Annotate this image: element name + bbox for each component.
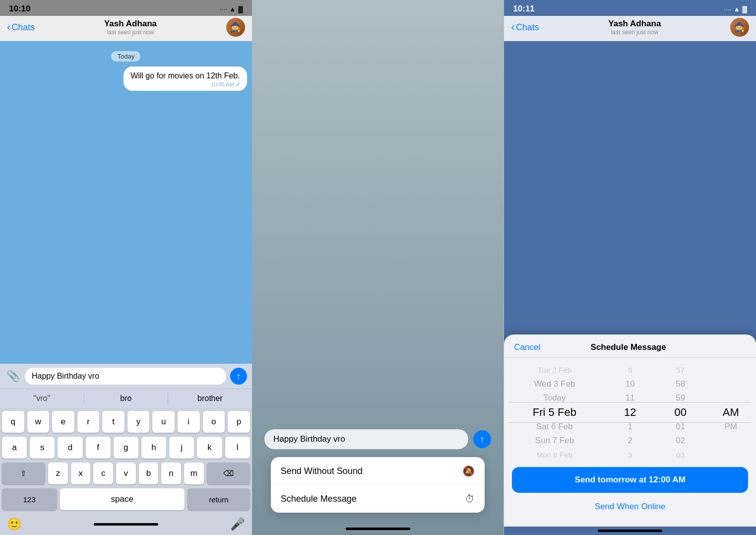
picker-date-5: Sun 7 Feb: [504, 434, 605, 448]
picker-hour-1: 10: [605, 377, 655, 392]
picker-min-0: 57: [655, 363, 706, 377]
picker-ampm-2: [705, 391, 756, 405]
picker-hour-4: 1: [605, 419, 655, 434]
key-space[interactable]: space: [60, 488, 185, 510]
key-w[interactable]: w: [27, 411, 50, 433]
key-row-3: ⇧ z x c v b n m ⌫: [2, 463, 250, 484]
status-time-3: 10:11: [513, 4, 534, 14]
status-bar-3: 10:11 ···· ▲ ▓: [504, 0, 756, 16]
emoji-icon[interactable]: 🙂: [7, 517, 22, 531]
picker-ampm-col: AM PM: [705, 363, 756, 462]
phone3: 10:11 ···· ▲ ▓ ‹ Chats Yash Adhana last …: [504, 0, 756, 535]
message-input-1[interactable]: [25, 368, 226, 385]
back-label-1: Chats: [11, 22, 35, 33]
mic-icon[interactable]: 🎤: [230, 517, 245, 531]
date-time-picker[interactable]: Tue 2 Feb Wed 3 Feb Today Fri 5 Feb Sat …: [504, 363, 756, 462]
key-o[interactable]: o: [203, 411, 225, 433]
contact-name-3: Yash Adhana: [539, 19, 730, 29]
home-bar-1: [94, 523, 158, 526]
key-v[interactable]: v: [116, 463, 136, 484]
key-z[interactable]: z: [48, 463, 68, 484]
picker-min-col: 57 58 59 00 01 02 03: [655, 363, 706, 462]
send-online-button[interactable]: Send When Online: [504, 497, 756, 517]
autocomplete-vro[interactable]: "vro": [0, 393, 84, 404]
picker-hour-col: 9 10 11 12 1 2 3: [605, 363, 655, 462]
key-p[interactable]: p: [228, 411, 250, 433]
back-button-3[interactable]: ‹ Chats: [511, 21, 539, 34]
battery-icon: ▓: [238, 5, 243, 13]
key-t[interactable]: t: [102, 411, 125, 433]
key-m[interactable]: m: [184, 463, 204, 484]
nav-bar-1: ‹ Chats Yash Adhana last seen just now 🧙: [0, 16, 252, 41]
key-g[interactable]: g: [114, 437, 138, 459]
picker-date-2: Today: [504, 391, 605, 405]
key-l[interactable]: l: [225, 437, 250, 459]
key-e[interactable]: e: [52, 411, 74, 433]
input-bar-1: 📎 ↑: [0, 364, 252, 389]
key-123[interactable]: 123: [2, 488, 57, 510]
key-row-2: a s d f g h j k l: [2, 437, 250, 459]
picker-hour-5: 2: [605, 434, 655, 448]
home-bar-2: [346, 528, 410, 530]
key-d[interactable]: d: [58, 437, 82, 459]
picker-ampm-5: [705, 434, 756, 448]
mute-bell-icon: 🔕: [462, 465, 475, 477]
avatar-1[interactable]: 🧙: [226, 18, 245, 37]
key-b[interactable]: b: [139, 463, 159, 484]
key-shift[interactable]: ⇧: [2, 463, 45, 484]
key-x[interactable]: x: [71, 463, 91, 484]
contact-name-1: Yash Adhana: [35, 19, 226, 29]
picker-min-4: 01: [655, 419, 706, 434]
key-h[interactable]: h: [141, 437, 166, 459]
key-row-4: 123 space return: [2, 488, 250, 510]
status-icons-3: ···· ▲ ▓: [724, 5, 747, 13]
key-u[interactable]: u: [152, 411, 175, 433]
key-a[interactable]: a: [2, 437, 27, 459]
phone1: 10:10 ···· ▲ ▓ ‹ Chats Yash Adhana last …: [0, 0, 252, 535]
schedule-message-item[interactable]: Schedule Message ⏱: [271, 485, 485, 513]
key-y[interactable]: y: [127, 411, 150, 433]
key-s[interactable]: s: [30, 437, 55, 459]
picker-min-6: 03: [655, 448, 706, 462]
send-without-sound-label: Send Without Sound: [281, 466, 363, 476]
avatar-3[interactable]: 🧙: [730, 18, 749, 37]
key-f[interactable]: f: [86, 437, 111, 459]
attach-button[interactable]: 📎: [5, 368, 21, 384]
send-without-sound-item[interactable]: Send Without Sound 🔕: [271, 457, 485, 485]
key-n[interactable]: n: [161, 463, 181, 484]
key-return[interactable]: return: [188, 488, 250, 510]
schedule-sheet: Cancel Schedule Message Tue 2 Feb Wed 3 …: [504, 334, 756, 527]
phone2: Happy Birthday vro ↑ Send Without Sound …: [252, 0, 504, 535]
wifi-icon-3: ▲: [734, 5, 740, 13]
status-bar-1: 10:10 ···· ▲ ▓: [0, 0, 252, 16]
key-i[interactable]: i: [178, 411, 200, 433]
message-bubble-1: Will go for movies on 12th Feb. 10:05 AM…: [124, 67, 247, 91]
nav-center-3: Yash Adhana last seen just now: [539, 19, 730, 36]
nav-bar-3: ‹ Chats Yash Adhana last seen just now 🧙: [504, 16, 756, 41]
key-k[interactable]: k: [197, 437, 222, 459]
status-time-1: 10:10: [9, 4, 30, 14]
schedule-message-label: Schedule Message: [281, 494, 357, 504]
cancel-button[interactable]: Cancel: [514, 342, 540, 352]
last-seen-1: last seen just now: [35, 29, 226, 36]
picker-date-col: Tue 2 Feb Wed 3 Feb Today Fri 5 Feb Sat …: [504, 363, 605, 462]
sheet-header: Cancel Schedule Message: [504, 334, 756, 358]
key-delete[interactable]: ⌫: [207, 463, 250, 484]
chevron-left-icon-3: ‹: [511, 21, 514, 34]
home-bar-3: [598, 530, 662, 532]
key-q[interactable]: q: [2, 411, 24, 433]
autocomplete-brother[interactable]: brother: [168, 393, 252, 404]
phone2-input-row: Happy Birthday vro ↑: [264, 429, 491, 449]
back-button-1[interactable]: ‹ Chats: [7, 21, 35, 34]
key-c[interactable]: c: [93, 463, 113, 484]
key-r[interactable]: r: [77, 411, 100, 433]
picker-ampm-0: [705, 363, 756, 377]
send-button-1[interactable]: ↑: [230, 368, 247, 385]
picker-ampm-1: [705, 377, 756, 392]
send-tomorrow-button[interactable]: Send tomorrow at 12:00 AM: [512, 467, 748, 493]
phone2-send-button[interactable]: ↑: [473, 430, 491, 448]
autocomplete-bro[interactable]: bro: [84, 393, 169, 404]
key-j[interactable]: j: [169, 437, 194, 459]
autocomplete-row: "vro" bro brother: [0, 389, 252, 408]
signal-icon-3: ····: [724, 5, 731, 13]
